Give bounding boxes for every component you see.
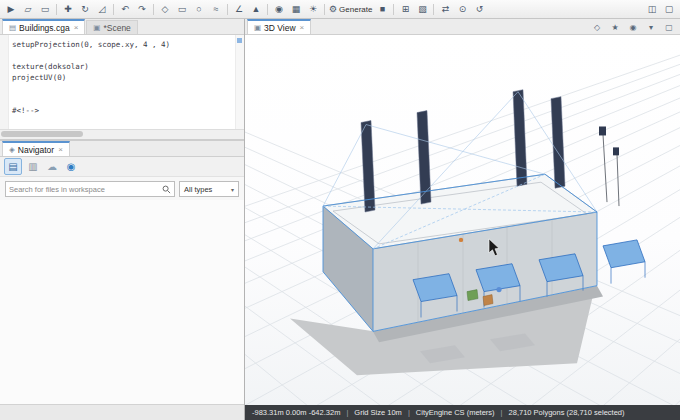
- navigator-file-area[interactable]: [0, 200, 244, 404]
- viewport-panel: ▣ 3D View × ◇★◉▾▢: [245, 19, 680, 420]
- separator: [113, 4, 114, 15]
- code-editor-body[interactable]: setupProjection(0, scope.xy, 4 , 4)textu…: [0, 35, 244, 129]
- annotation-ruler: [235, 35, 244, 129]
- cga-editor-pane: ▤ Buildings.cga × ▣ *Scene setupProjecti…: [0, 19, 244, 141]
- scene-file-icon: ▣: [93, 23, 100, 32]
- camera-icon[interactable]: ◉: [271, 2, 287, 17]
- editor-tabbar: ▤ Buildings.cga × ▣ *Scene: [0, 19, 244, 35]
- select-tool-icon[interactable]: ▶: [3, 2, 19, 17]
- cityengine-window: ▶▱▭✚↻◿↶↷◇▭○≈∠▲◉▦☀⚙Generate■⊞▧⇄⊙↺◫▢ ▤ Bui…: [0, 0, 680, 420]
- search-input[interactable]: [9, 185, 160, 194]
- separator: |: [408, 408, 410, 417]
- marquee-select-icon[interactable]: ▭: [37, 2, 53, 17]
- view-menu-icon[interactable]: ▾: [643, 21, 659, 34]
- isometric-view-icon[interactable]: ◇: [589, 21, 605, 34]
- editor-horizontal-scrollbar[interactable]: [0, 129, 244, 139]
- workspace-folder-icon[interactable]: ▤: [4, 158, 22, 175]
- code-line: projectUV(0): [12, 72, 232, 83]
- tab-buildings-cga[interactable]: ▤ Buildings.cga ×: [2, 19, 85, 34]
- viewport-actions: ◇★◉▾▢: [589, 21, 680, 34]
- separator: |: [346, 408, 348, 417]
- navigator-icon: ◈: [9, 145, 15, 154]
- code-line: [12, 94, 232, 105]
- perspective-toggle-icon[interactable]: ▢: [661, 2, 677, 17]
- tab-label: Navigator: [18, 145, 54, 155]
- close-icon[interactable]: ×: [300, 23, 305, 32]
- redo-icon[interactable]: ↷: [134, 2, 150, 17]
- collapse-all-icon[interactable]: ▥: [25, 159, 41, 174]
- file-type-filter[interactable]: All types ▾: [179, 181, 239, 197]
- stop-generation-icon[interactable]: ■: [374, 2, 390, 17]
- code-editor[interactable]: setupProjection(0, scope.xy, 4 , 4)textu…: [9, 35, 235, 129]
- bookmark-view-icon[interactable]: ★: [607, 21, 623, 34]
- code-line: [12, 50, 232, 61]
- light-settings-icon[interactable]: ☀: [305, 2, 321, 17]
- cga-file-icon: ▤: [9, 23, 16, 32]
- coordinate-system: CityEngine CS (meters): [416, 408, 495, 417]
- zoom-view-icon[interactable]: ⊙: [454, 2, 470, 17]
- tab-navigator[interactable]: ◈ Navigator ×: [2, 141, 70, 156]
- tab-label: *Scene: [103, 23, 130, 33]
- navigator-toolbar: ▤▥☁◉: [0, 157, 244, 177]
- rotate-tool-icon[interactable]: ↻: [77, 2, 93, 17]
- undo-icon[interactable]: ↶: [117, 2, 133, 17]
- navigator-search-row: All types ▾: [0, 177, 244, 200]
- green-box: [467, 290, 478, 301]
- scrollbar-thumb[interactable]: [1, 131, 83, 137]
- code-line: setupProjection(0, scope.xy, 4 , 4): [12, 39, 232, 50]
- annotation-mark: [237, 38, 242, 43]
- align-terrain-icon[interactable]: ▲: [248, 2, 264, 17]
- separator: |: [501, 408, 503, 417]
- search-box[interactable]: [5, 181, 175, 197]
- frame-selection-icon[interactable]: ▦: [288, 2, 304, 17]
- orbit-view-icon[interactable]: ↺: [471, 2, 487, 17]
- navigator-pane: ◈ Navigator × ▤▥☁◉ All types ▾: [0, 141, 244, 404]
- maximize-view-icon[interactable]: ▢: [661, 21, 677, 34]
- measure-tool-icon[interactable]: ∠: [231, 2, 247, 17]
- polygon-count: 28,710 Polygons (28,710 selected): [509, 408, 625, 417]
- close-icon[interactable]: ×: [58, 145, 63, 154]
- cloud-workspace-icon[interactable]: ☁: [44, 159, 60, 174]
- main-area: ▤ Buildings.cga × ▣ *Scene setupProjecti…: [0, 19, 680, 420]
- solar-panel: [551, 97, 565, 189]
- snap-toggle-icon[interactable]: ⊞: [397, 2, 413, 17]
- search-icon: [162, 185, 171, 194]
- portal-connection-icon[interactable]: ◉: [63, 159, 79, 174]
- antenna-head: [613, 147, 619, 155]
- cube-icon: ▣: [254, 23, 261, 32]
- viewport-canvas[interactable]: [245, 35, 680, 405]
- code-line: texture(doksolar): [12, 61, 232, 72]
- scale-tool-icon[interactable]: ◿: [94, 2, 110, 17]
- rectangle-create-icon[interactable]: ▭: [174, 2, 190, 17]
- editor-gutter: [0, 35, 9, 129]
- polygon-create-icon[interactable]: ◇: [157, 2, 173, 17]
- orange-marker: [459, 238, 463, 242]
- orange-box: [483, 295, 493, 306]
- viewport-3d[interactable]: [245, 35, 680, 405]
- separator: [56, 4, 57, 15]
- solar-panel: [513, 90, 527, 186]
- move-tool-icon[interactable]: ✚: [60, 2, 76, 17]
- left-panel: ▤ Buildings.cga × ▣ *Scene setupProjecti…: [0, 19, 245, 420]
- layer-visibility-icon[interactable]: ▧: [414, 2, 430, 17]
- separator: [324, 4, 325, 15]
- solar-panel: [417, 111, 431, 204]
- left-footer-strip: [0, 404, 244, 420]
- separator: [153, 4, 154, 15]
- generate-button[interactable]: ⚙Generate: [328, 2, 373, 17]
- code-line: #<!-->: [12, 105, 232, 116]
- solar-panel: [361, 121, 375, 213]
- camera-settings-icon[interactable]: ◉: [625, 21, 641, 34]
- circle-create-icon[interactable]: ○: [191, 2, 207, 17]
- main-toolbar: ▶▱▭✚↻◿↶↷◇▭○≈∠▲◉▦☀⚙Generate■⊞▧⇄⊙↺◫▢: [0, 0, 680, 19]
- window-layout-icon[interactable]: ◫: [644, 2, 660, 17]
- close-icon[interactable]: ×: [74, 23, 79, 32]
- tab-scene[interactable]: ▣ *Scene: [86, 20, 138, 34]
- viewport-tabbar: ▣ 3D View × ◇★◉▾▢: [245, 19, 680, 35]
- street-create-icon[interactable]: ≈: [208, 2, 224, 17]
- freehand-select-icon[interactable]: ▱: [20, 2, 36, 17]
- camera-coordinates: -983.31m 0.00m -642.32m: [252, 408, 340, 417]
- pan-view-icon[interactable]: ⇄: [437, 2, 453, 17]
- separator: [267, 4, 268, 15]
- tab-3d-view[interactable]: ▣ 3D View ×: [247, 19, 311, 34]
